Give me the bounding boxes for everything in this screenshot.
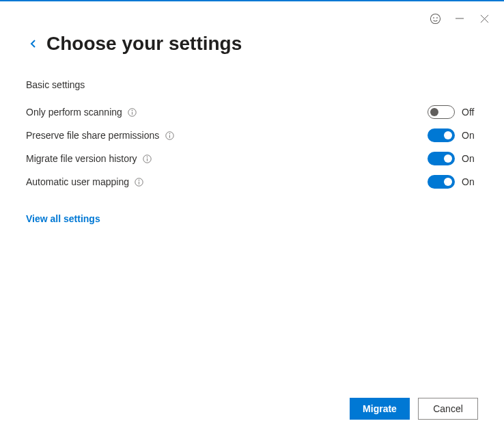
top-accent [0, 0, 504, 1]
toggle-state-text: On [462, 153, 478, 164]
back-button[interactable] [26, 36, 41, 51]
feedback-smile-icon[interactable] [429, 12, 441, 25]
content-area: Choose your settings Basic settings Only… [0, 0, 504, 224]
section-label: Basic settings [26, 79, 478, 90]
info-icon[interactable] [128, 107, 137, 117]
cancel-button[interactable]: Cancel [418, 398, 478, 420]
page-header: Choose your settings [26, 33, 478, 55]
close-icon[interactable] [478, 12, 490, 25]
view-all-settings-link[interactable]: View all settings [26, 213, 100, 224]
footer-buttons: Migrate Cancel [350, 398, 478, 420]
svg-point-11 [169, 133, 170, 134]
toggle-state-text: On [462, 130, 478, 141]
svg-point-14 [147, 157, 148, 157]
svg-point-2 [436, 17, 437, 18]
setting-user-mapping: Automatic user mapping On [26, 175, 478, 189]
svg-point-0 [430, 14, 440, 23]
titlebar-controls [429, 12, 490, 25]
setting-only-perform-scanning: Only perform scanning Off [26, 105, 478, 119]
toggle-state-text: On [462, 176, 478, 187]
setting-label: Only perform scanning [26, 107, 122, 118]
setting-label: Preserve file share permissions [26, 130, 159, 141]
info-icon[interactable] [135, 177, 144, 187]
svg-point-8 [132, 110, 132, 111]
page-title: Choose your settings [46, 33, 242, 55]
info-icon[interactable] [143, 154, 152, 163]
setting-preserve-permissions: Preserve file share permissions On [26, 128, 478, 142]
svg-point-17 [139, 180, 140, 180]
setting-version-history: Migrate file version history On [26, 152, 478, 165]
toggle-preserve-permissions[interactable] [428, 128, 455, 142]
toggle-state-text: Off [462, 107, 478, 118]
toggle-version-history[interactable] [428, 152, 455, 165]
migrate-button[interactable]: Migrate [350, 398, 410, 420]
minimize-icon[interactable] [453, 12, 466, 25]
setting-label: Migrate file version history [26, 153, 137, 164]
svg-point-1 [433, 17, 434, 18]
setting-label: Automatic user mapping [26, 176, 129, 187]
info-icon[interactable] [165, 131, 174, 140]
toggle-user-mapping[interactable] [428, 175, 455, 189]
toggle-only-perform-scanning[interactable] [428, 105, 455, 119]
